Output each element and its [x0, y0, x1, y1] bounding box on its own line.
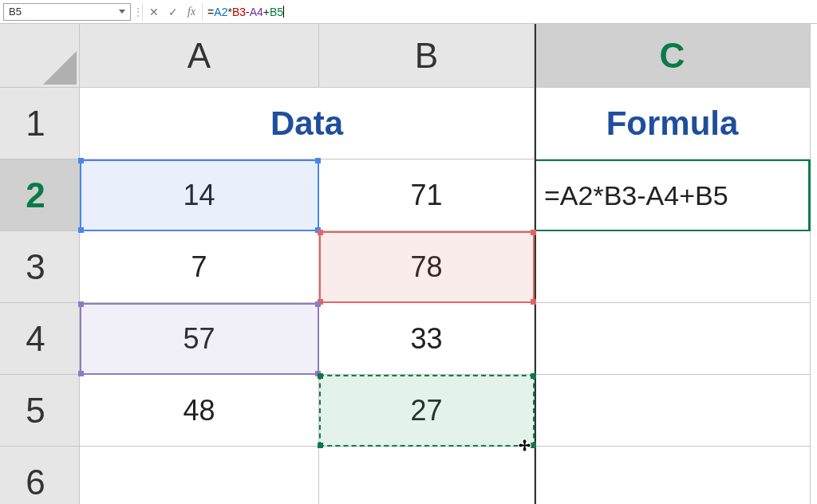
cell-a3[interactable]: 7 — [80, 231, 319, 303]
cell-b3[interactable]: 78 — [319, 231, 535, 303]
grip-handle[interactable]: ⋮ — [134, 6, 142, 18]
cancel-icon[interactable]: ✕ — [149, 6, 159, 18]
cell-b4[interactable]: 33 — [319, 303, 535, 375]
row-header-6[interactable]: 6 — [0, 447, 80, 504]
chevron-down-icon[interactable] — [119, 10, 125, 14]
select-all-corner[interactable] — [0, 24, 80, 88]
cell-b6[interactable] — [319, 447, 535, 504]
caret-icon — [283, 6, 284, 18]
formula-token-a2: A2 — [214, 6, 227, 18]
fx-icon[interactable]: fx — [187, 6, 195, 18]
cell-a5[interactable]: 48 — [80, 375, 319, 447]
formula-token-eq: = — [207, 6, 214, 18]
name-box-value: B5 — [9, 6, 22, 18]
row-header-5[interactable]: 5 — [0, 375, 80, 447]
cell-c4[interactable] — [535, 303, 811, 375]
cell-c2[interactable]: =A2*B3-A4+B5 — [535, 159, 811, 231]
cell-c5[interactable] — [535, 375, 811, 447]
name-box[interactable]: B5 — [3, 3, 131, 21]
formula-token-plus: + — [263, 6, 270, 18]
cell-a6[interactable] — [80, 447, 319, 504]
formula-bar: B5 ⋮ ✕ ✓ fx =A2*B3-A4+B5 — [0, 0, 817, 24]
cell-b2[interactable]: 71 — [319, 159, 535, 231]
cell-a1b1-merged[interactable]: Data — [80, 88, 535, 159]
cell-b5[interactable]: 27 — [319, 375, 535, 447]
cell-c1[interactable]: Formula — [535, 88, 811, 159]
formula-token-b3: B3 — [232, 6, 246, 18]
column-header-a[interactable]: A — [80, 24, 319, 88]
row-header-1[interactable]: 1 — [0, 88, 80, 159]
cell-a4[interactable]: 57 — [80, 303, 319, 375]
cell-c6[interactable] — [535, 447, 811, 504]
formula-input[interactable]: =A2*B3-A4+B5 — [202, 3, 817, 21]
formula-bar-buttons: ✕ ✓ fx — [142, 3, 202, 21]
column-header-c[interactable]: C — [535, 24, 811, 88]
cell-c3[interactable] — [535, 231, 811, 303]
row-header-3[interactable]: 3 — [0, 231, 80, 303]
column-header-b[interactable]: B — [319, 24, 535, 88]
row-header-2[interactable]: 2 — [0, 159, 80, 231]
formula-token-b5: B5 — [270, 6, 283, 18]
spreadsheet-grid: A B C 1 Data Formula 2 14 71 =A2*B3-A4+B… — [0, 24, 817, 504]
formula-token-a4: A4 — [250, 6, 263, 18]
cell-a2[interactable]: 14 — [80, 159, 319, 231]
accept-icon[interactable]: ✓ — [168, 6, 178, 18]
column-c-divider — [535, 24, 536, 504]
row-header-4[interactable]: 4 — [0, 303, 80, 375]
corner-triangle-icon — [43, 51, 77, 85]
